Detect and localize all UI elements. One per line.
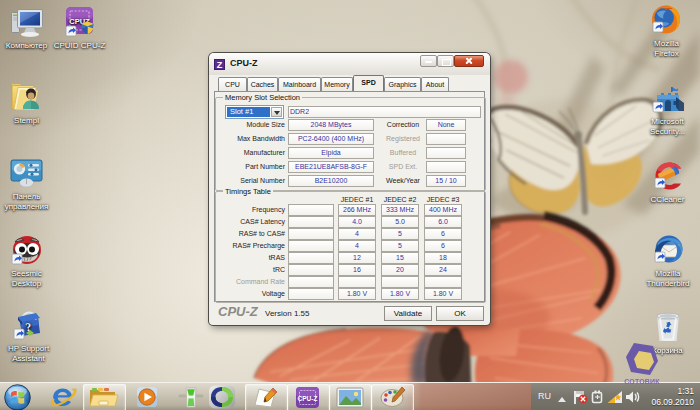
svg-text:CPU-Z: CPU-Z (298, 395, 318, 402)
